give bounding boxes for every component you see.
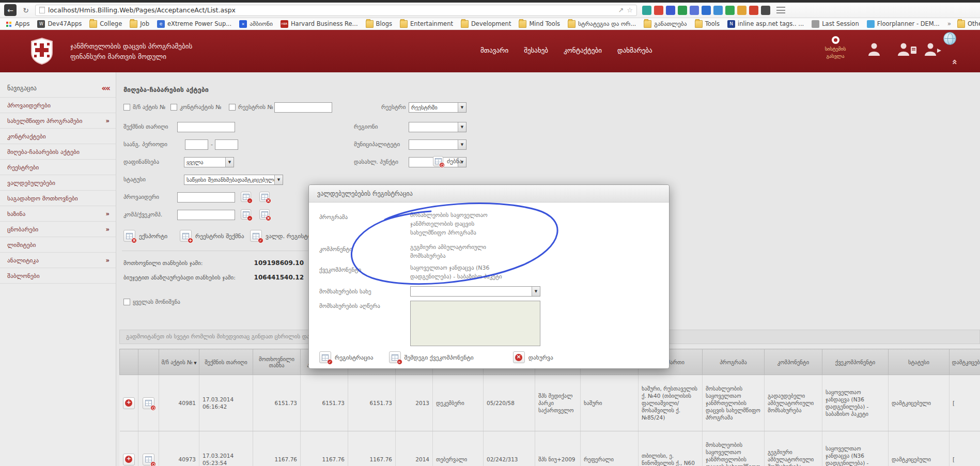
browser-menu-icon[interactable] bbox=[776, 7, 785, 13]
modal-service-desc-textarea[interactable] bbox=[410, 301, 540, 346]
sidebar-item[interactable]: შაბლონები bbox=[0, 268, 116, 284]
header-nav-item[interactable]: კონტაქტები bbox=[564, 46, 602, 54]
sidebar-item[interactable]: სახელმწიფო პროგრამები » bbox=[0, 113, 116, 129]
bookmarks-overflow-icon[interactable]: » bbox=[947, 20, 951, 27]
sidebar-collapse-icon[interactable]: «« bbox=[102, 84, 110, 93]
bookmark-item[interactable]: Entertainment bbox=[400, 20, 453, 28]
sidebar-item[interactable]: ანალიტიკა » bbox=[0, 253, 116, 268]
register-no-input[interactable] bbox=[274, 102, 332, 113]
sidebar-item[interactable]: ხაზინა » bbox=[0, 206, 116, 222]
component-remove-icon[interactable] bbox=[259, 209, 270, 220]
extension-icon[interactable] bbox=[690, 6, 699, 15]
sidebar-item[interactable]: ცნობარები » bbox=[0, 222, 116, 237]
bookmark-item[interactable]: Blogs bbox=[366, 20, 392, 28]
status-select[interactable]: საწყისი შეთანხმებადამტკიცებული ▼ bbox=[184, 175, 283, 185]
chevron-down-icon[interactable]: ▼ bbox=[458, 103, 466, 112]
row-view-icon[interactable] bbox=[143, 397, 154, 409]
chevron-down-icon[interactable]: ▼ bbox=[458, 122, 466, 132]
sidebar-item[interactable]: პროვაიდერები bbox=[0, 97, 116, 113]
address-bar[interactable]: localhost/Hmis.Billing.Web/Pages/Accepta… bbox=[35, 5, 637, 16]
column-header[interactable]: მოთხოვნილი თანხა bbox=[253, 349, 301, 375]
bookmark-item[interactable]: College bbox=[89, 20, 122, 28]
row-view-icon[interactable] bbox=[143, 454, 154, 465]
extension-icon[interactable] bbox=[678, 6, 687, 15]
column-header[interactable]: მ/ჩ აქტის № bbox=[159, 349, 199, 375]
modal-service-type-select[interactable]: ▼ bbox=[410, 286, 540, 297]
chevron-down-icon[interactable]: ▼ bbox=[532, 287, 540, 296]
export-button[interactable]: ექსპორტი bbox=[123, 230, 167, 242]
column-header[interactable]: კომპონენტი bbox=[765, 349, 822, 375]
extension-icon[interactable] bbox=[725, 6, 735, 15]
bookmark-item[interactable]: ამბიონი bbox=[239, 20, 273, 28]
extension-icon[interactable] bbox=[666, 6, 675, 15]
header-nav-item[interactable]: შესახებ bbox=[524, 46, 548, 54]
back-icon[interactable]: ← bbox=[4, 4, 17, 16]
bookmark-item[interactable]: Dev47Apps bbox=[37, 20, 82, 28]
modal-register-button[interactable]: რეგისტრაცია bbox=[319, 351, 374, 363]
column-header[interactable]: დამტკიცების თარიღი bbox=[950, 349, 980, 375]
row-register-icon[interactable] bbox=[123, 454, 135, 465]
extension-icon[interactable] bbox=[749, 6, 758, 15]
register-no-checkbox[interactable] bbox=[229, 104, 236, 111]
bookmark-item[interactable]: Mind Tools bbox=[519, 20, 560, 28]
bookmark-item[interactable]: Last Session bbox=[812, 20, 859, 28]
switch-user-icon[interactable] bbox=[924, 42, 942, 56]
component-clear-icon[interactable] bbox=[241, 209, 251, 220]
refresh-icon[interactable]: ↻ bbox=[20, 4, 32, 16]
provider-clear-icon[interactable] bbox=[241, 192, 251, 202]
extension-icon[interactable] bbox=[761, 6, 770, 15]
component-filter-input[interactable] bbox=[177, 210, 235, 220]
contract-no-checkbox[interactable] bbox=[170, 104, 177, 111]
user-icon[interactable] bbox=[866, 42, 882, 56]
funding-select[interactable]: ყველა ▼ bbox=[184, 157, 234, 167]
share-icon[interactable]: ↗ bbox=[618, 6, 624, 14]
register-select[interactable]: რეესტრში ▼ bbox=[409, 102, 466, 113]
bookmark-item[interactable]: Job bbox=[130, 20, 149, 28]
sidebar-item[interactable]: საგადახდო მოთხოვნები bbox=[0, 191, 116, 206]
contacts-icon[interactable] bbox=[897, 42, 917, 56]
extension-icon[interactable] bbox=[654, 6, 663, 15]
search-button[interactable]: ძებნა bbox=[433, 156, 462, 166]
bookmark-item[interactable]: სტრატეგია და ორ... bbox=[568, 20, 636, 28]
extension-icon[interactable] bbox=[737, 6, 746, 15]
column-header[interactable]: პროგრამა bbox=[703, 349, 765, 375]
header-nav-item[interactable]: მთავარი bbox=[480, 46, 508, 54]
bookmark-item[interactable]: Floorplanner - DEM... bbox=[867, 20, 940, 28]
globe-icon[interactable] bbox=[943, 32, 956, 45]
create-register-button[interactable]: რეესტრის შექმნა bbox=[180, 230, 244, 242]
sidebar-item[interactable]: რეესტრები bbox=[0, 160, 116, 175]
bookmark-item[interactable]: Harvard Business Re... bbox=[281, 20, 358, 28]
column-header[interactable]: ქვეკომპონენტი bbox=[822, 349, 889, 375]
extension-icon[interactable] bbox=[642, 6, 651, 15]
create-date-input[interactable] bbox=[177, 122, 235, 132]
region-select[interactable]: ▼ bbox=[409, 122, 466, 132]
sidebar-item[interactable]: კონტრაქტები bbox=[0, 129, 116, 144]
bookmark-item[interactable]: inline asp.net tags.. ... bbox=[727, 20, 804, 28]
municipality-select[interactable]: ▼ bbox=[409, 139, 466, 150]
logout-button[interactable]: სისტემის გასვლა bbox=[819, 36, 852, 60]
url-text[interactable]: localhost/Hmis.Billing.Web/Pages/Accepta… bbox=[48, 6, 615, 14]
header-collapse-icon[interactable]: » bbox=[950, 59, 960, 65]
period-to-input[interactable] bbox=[215, 139, 238, 150]
sidebar-item[interactable]: ლიმიტები bbox=[0, 237, 116, 253]
bookmark-item[interactable]: განათლება bbox=[644, 20, 687, 28]
other-bookmarks[interactable]: Other bookmarks bbox=[957, 20, 980, 28]
header-nav-item[interactable]: დახმარება bbox=[617, 46, 652, 54]
extension-icon[interactable] bbox=[713, 6, 723, 15]
provider-remove-icon[interactable] bbox=[259, 192, 270, 202]
modal-next-subcomponent-button[interactable]: შემდეგი ქვეკომპონენტი bbox=[389, 351, 474, 363]
select-all-checkbox[interactable] bbox=[123, 299, 130, 305]
row-register-icon[interactable] bbox=[123, 397, 135, 409]
bookmark-star-icon[interactable]: ☆ bbox=[627, 6, 633, 14]
period-from-input[interactable] bbox=[185, 139, 208, 150]
modal-close-button[interactable]: დახურვა bbox=[513, 351, 553, 363]
provider-input[interactable] bbox=[177, 192, 235, 203]
column-header[interactable]: შექმნის თარიღი bbox=[199, 349, 253, 375]
chevron-down-icon[interactable]: ▼ bbox=[274, 175, 283, 184]
chevron-down-icon[interactable]: ▼ bbox=[458, 140, 466, 149]
sidebar-item[interactable]: მიღება-ჩაბარების აქტები bbox=[0, 144, 116, 160]
bookmark-item[interactable]: Tools bbox=[695, 20, 720, 28]
bookmark-item[interactable]: Development bbox=[461, 20, 511, 28]
sidebar-item[interactable]: ვალდებულებები bbox=[0, 175, 116, 191]
bookmark-item[interactable]: eXtreme Power Sup... bbox=[157, 20, 231, 28]
